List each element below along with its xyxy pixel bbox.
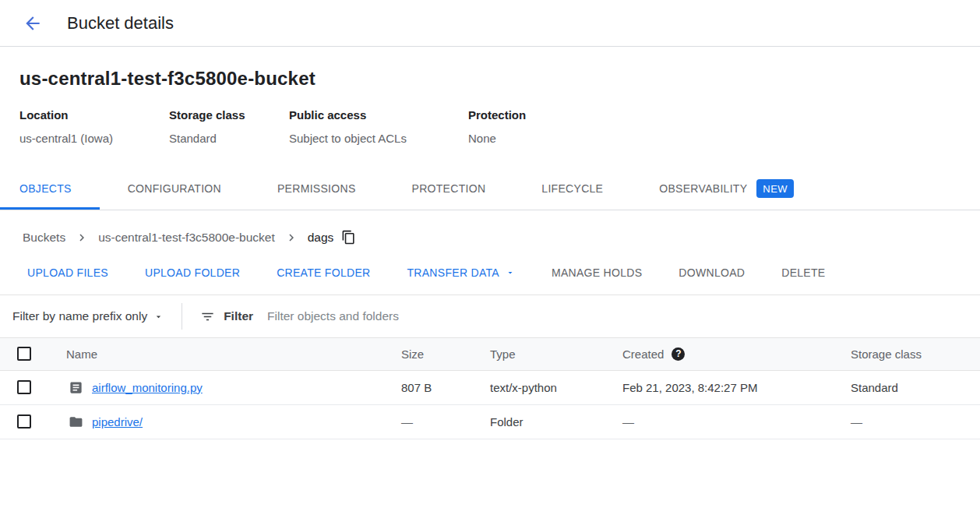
app-bar: Bucket details [0, 0, 980, 47]
chevron-right-icon [75, 231, 89, 245]
content-copy-icon [341, 230, 356, 245]
column-header-storage-class: Storage class [851, 338, 980, 370]
table-row: pipedrive/ — Folder — — [0, 404, 980, 439]
object-created: Feb 21, 2023, 8:42:27 PM [622, 370, 851, 404]
column-header-created: Created ? [622, 338, 851, 370]
filter-input[interactable] [267, 309, 594, 323]
download-button[interactable]: DOWNLOAD [679, 266, 745, 279]
meta-value: None [468, 132, 526, 145]
meta-storage-class: Storage class Standard [169, 108, 289, 145]
filter-label: Filter [200, 309, 253, 324]
column-header-name: Name [47, 338, 401, 370]
page-title: Bucket details [67, 13, 174, 34]
breadcrumb: Buckets us-central1-test-f3c5800e-bucket… [23, 230, 980, 245]
help-icon[interactable]: ? [672, 347, 685, 361]
tab-permissions[interactable]: PERMISSIONS [249, 168, 384, 210]
breadcrumb-bucket-name[interactable]: us-central1-test-f3c5800e-bucket [98, 231, 275, 245]
bucket-meta: Location us-central1 (Iowa) Storage clas… [19, 108, 980, 145]
file-icon [69, 380, 83, 395]
divider [182, 303, 182, 330]
tab-configuration[interactable]: CONFIGURATION [100, 168, 249, 210]
column-header-size: Size [401, 338, 490, 370]
object-storage-class: — [851, 404, 980, 439]
new-badge: NEW [756, 179, 794, 198]
table-header-row: Name Size Type Created ? Storage class [0, 338, 980, 370]
arrow-dropdown-icon [153, 312, 164, 322]
arrow-dropdown-icon [506, 268, 515, 277]
object-type: text/x-python [490, 370, 622, 404]
tab-bar: OBJECTS CONFIGURATION PERMISSIONS PROTEC… [0, 168, 980, 210]
tab-observability[interactable]: OBSERVABILITY NEW [631, 168, 822, 210]
upload-files-button[interactable]: UPLOAD FILES [27, 266, 108, 279]
arrow-back-icon [23, 13, 43, 34]
object-size: — [401, 404, 490, 439]
column-header-type: Type [490, 338, 622, 370]
table-row: airflow_monitoring.py 807 B text/x-pytho… [0, 370, 980, 404]
meta-value: Subject to object ACLs [289, 132, 468, 145]
object-created: — [622, 404, 851, 439]
upload-folder-button[interactable]: UPLOAD FOLDER [145, 266, 240, 279]
filter-bar: Filter by name prefix only Filter [0, 295, 980, 338]
meta-location: Location us-central1 (Iowa) [19, 108, 169, 145]
object-link[interactable]: pipedrive/ [92, 415, 143, 429]
row-checkbox[interactable] [17, 380, 31, 394]
bucket-name: us-central1-test-f3c5800e-bucket [19, 68, 980, 90]
tab-protection[interactable]: PROTECTION [384, 168, 514, 210]
meta-label: Public access [289, 108, 468, 122]
meta-label: Location [19, 108, 169, 122]
transfer-data-button[interactable]: TRANSFER DATA [407, 266, 515, 279]
meta-label: Protection [468, 108, 526, 122]
object-storage-class: Standard [851, 370, 980, 404]
back-button[interactable] [22, 12, 44, 34]
filter-scope-dropdown[interactable]: Filter by name prefix only [12, 309, 164, 323]
delete-button[interactable]: DELETE [781, 266, 825, 279]
select-all-checkbox[interactable] [17, 347, 31, 361]
chevron-right-icon [284, 231, 298, 245]
meta-protection: Protection None [468, 108, 526, 145]
object-link[interactable]: airflow_monitoring.py [92, 381, 203, 394]
tab-objects[interactable]: OBJECTS [0, 168, 100, 210]
breadcrumb-current-folder: dags [308, 231, 334, 245]
meta-value: us-central1 (Iowa) [19, 132, 169, 145]
create-folder-button[interactable]: CREATE FOLDER [277, 266, 370, 279]
row-checkbox[interactable] [17, 414, 31, 429]
tab-lifecycle[interactable]: LIFECYCLE [513, 168, 631, 210]
copy-path-button[interactable] [341, 230, 356, 245]
objects-table: Name Size Type Created ? Storage class a… [0, 338, 980, 439]
object-type: Folder [490, 404, 622, 439]
filter-list-icon [200, 309, 215, 324]
folder-icon [69, 414, 83, 429]
breadcrumb-buckets[interactable]: Buckets [23, 231, 65, 245]
object-action-bar: UPLOAD FILES UPLOAD FOLDER CREATE FOLDER… [0, 251, 980, 295]
object-size: 807 B [401, 370, 490, 404]
meta-label: Storage class [169, 108, 289, 122]
manage-holds-button[interactable]: MANAGE HOLDS [552, 266, 642, 279]
meta-value: Standard [169, 132, 289, 145]
meta-public-access: Public access Subject to object ACLs [289, 108, 468, 145]
